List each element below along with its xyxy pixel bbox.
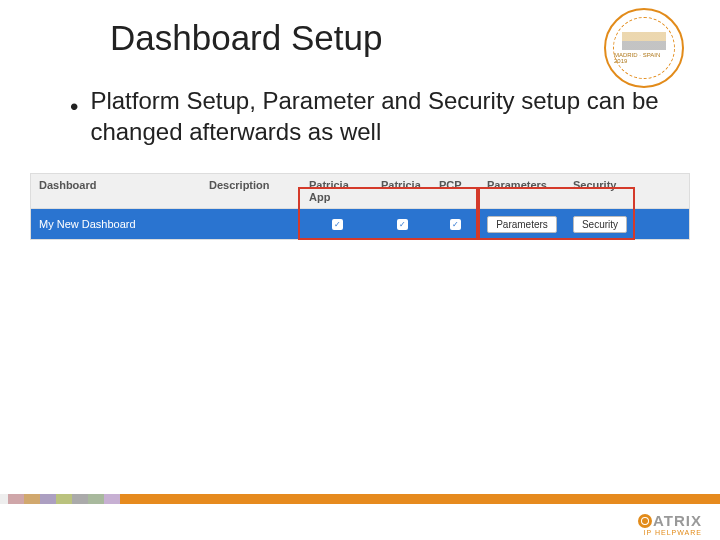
highlight-box-platform — [298, 187, 478, 240]
cell-dashboard-name: My New Dashboard — [31, 213, 201, 235]
table-row[interactable]: My New Dashboard ✓ ✓ ✓ Parameters Securi… — [31, 209, 689, 239]
footer-color-stripe — [0, 494, 720, 504]
brand-name: ATRIX — [638, 512, 702, 529]
slide: Dashboard Setup MADRID · SPAIN 2019 • Pl… — [0, 0, 720, 540]
brand-tagline: IP HELPWARE — [638, 529, 702, 536]
bullet-item: • Platform Setup, Parameter and Security… — [70, 86, 660, 147]
brand-ring-icon — [638, 514, 652, 528]
badge-graphic — [622, 32, 666, 50]
cell-description — [201, 219, 301, 229]
badge-caption: MADRID · SPAIN 2019 — [614, 52, 674, 64]
th-description: Description — [201, 174, 301, 208]
highlight-box-param-security — [478, 187, 635, 240]
conference-badge: MADRID · SPAIN 2019 — [604, 8, 684, 88]
bullet-text: Platform Setup, Parameter and Security s… — [90, 86, 660, 147]
brand-logo: ATRIX IP HELPWARE — [638, 512, 702, 536]
dashboard-table: Dashboard Description Patricia App Patri… — [30, 173, 690, 240]
th-dashboard: Dashboard — [31, 174, 201, 208]
bullet-dot-icon: • — [70, 92, 78, 147]
slide-title: Dashboard Setup — [110, 18, 382, 58]
slide-footer: ATRIX IP HELPWARE — [0, 494, 720, 540]
